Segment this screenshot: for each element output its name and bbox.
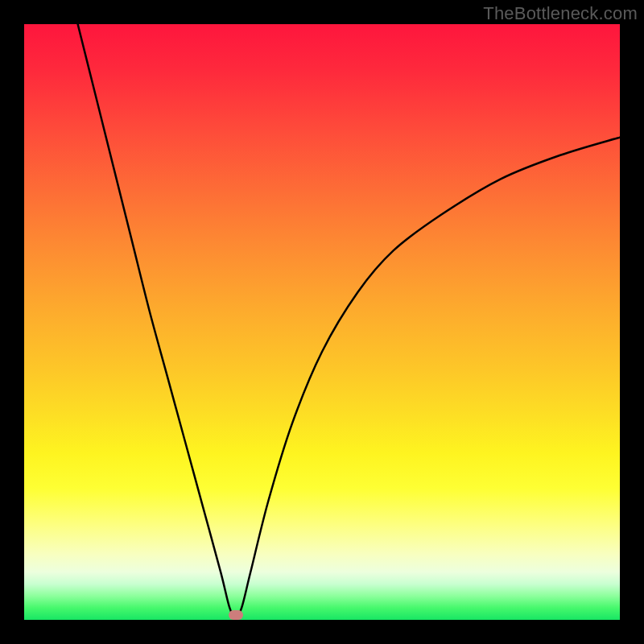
bottleneck-curve-path — [78, 24, 620, 617]
plot-area — [24, 24, 620, 620]
minimum-marker — [229, 610, 243, 620]
curve-svg — [24, 24, 620, 620]
attribution-text: TheBottleneck.com — [483, 3, 638, 24]
chart-frame: TheBottleneck.com — [0, 0, 644, 644]
